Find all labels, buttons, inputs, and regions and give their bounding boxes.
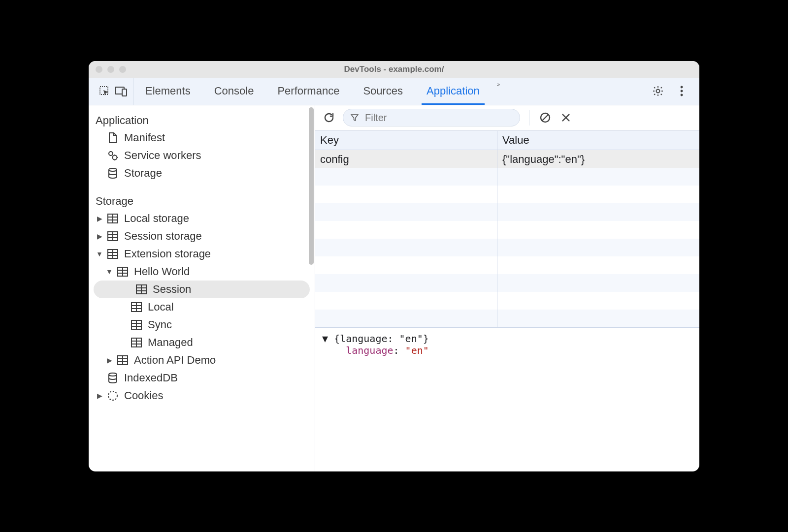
- inspect-element-icon[interactable]: [98, 84, 111, 98]
- tab-sources[interactable]: Sources: [351, 78, 415, 105]
- table-icon: [106, 230, 119, 243]
- svg-point-4: [681, 86, 683, 89]
- delete-icon[interactable]: [559, 111, 573, 125]
- sidebar-item-session-storage[interactable]: ▶ Session storage: [89, 227, 315, 245]
- chevron-right-icon[interactable]: ▶: [96, 232, 103, 240]
- maximize-window-button[interactable]: [119, 66, 126, 73]
- tab-elements[interactable]: Elements: [133, 78, 202, 105]
- preview-summary: {language: "en"}: [334, 333, 429, 344]
- chevron-right-icon[interactable]: ▶: [105, 356, 113, 364]
- device-toolbar-icon[interactable]: [114, 84, 128, 98]
- sidebar-item-label: Local storage: [124, 212, 189, 225]
- window-controls: [96, 66, 126, 73]
- table-icon: [116, 265, 129, 278]
- svg-point-19: [109, 373, 117, 376]
- tabs: Elements Console Performance Sources App…: [133, 78, 505, 105]
- storage-table: Key Value config {"language":"en"}: [315, 131, 699, 328]
- table-icon: [130, 336, 143, 349]
- tab-application[interactable]: Application: [415, 78, 492, 105]
- sidebar-item-ext-session[interactable]: Session: [94, 281, 310, 298]
- sidebar-item-ext-sync[interactable]: Sync: [89, 316, 315, 334]
- cell-key[interactable]: config: [315, 150, 497, 169]
- svg-point-3: [657, 90, 660, 93]
- preview-prop-key: language: [346, 344, 393, 356]
- sidebar-item-hello-world[interactable]: ▼ Hello World: [89, 263, 315, 281]
- table-icon: [130, 301, 143, 313]
- clear-all-icon[interactable]: [538, 111, 552, 125]
- value-preview[interactable]: ▼ {language: "en"} language: "en": [315, 328, 699, 471]
- column-header-value[interactable]: Value: [497, 131, 699, 150]
- sidebar-item-action-api-demo[interactable]: ▶ Action API Demo: [89, 351, 315, 369]
- tab-label: Console: [214, 85, 254, 97]
- chevron-down-icon[interactable]: ▼: [105, 268, 113, 276]
- divider: [529, 110, 529, 125]
- table-icon: [116, 354, 129, 367]
- database-icon: [106, 372, 119, 384]
- table-icon: [135, 283, 148, 296]
- settings-icon[interactable]: [651, 84, 665, 98]
- section-storage: Storage: [89, 193, 315, 210]
- svg-point-7: [109, 152, 113, 156]
- minimize-window-button[interactable]: [107, 66, 114, 73]
- sidebar-item-label: Manifest: [124, 131, 165, 144]
- chevron-down-icon[interactable]: ▼: [96, 250, 103, 258]
- chevron-right-icon[interactable]: ▶: [96, 392, 103, 400]
- svg-point-6: [681, 94, 683, 96]
- sidebar-item-extension-storage[interactable]: ▼ Extension storage: [89, 245, 315, 263]
- filter-box[interactable]: [343, 109, 520, 126]
- sidebar-item-label: Extension storage: [124, 248, 211, 260]
- table-icon: [130, 318, 143, 331]
- sidebar-item-label: Action API Demo: [134, 354, 216, 367]
- sidebar-item-service-workers[interactable]: Service workers: [89, 147, 315, 164]
- chevron-down-icon[interactable]: ▼: [322, 333, 334, 344]
- preview-prop-value: "en": [405, 344, 429, 356]
- sidebar-item-label: Hello World: [134, 265, 190, 278]
- refresh-icon[interactable]: [322, 111, 336, 125]
- filter-icon: [350, 113, 359, 122]
- svg-point-9: [109, 168, 117, 171]
- gears-icon: [106, 149, 119, 162]
- sidebar-item-label: Sync: [148, 318, 172, 331]
- table-icon: [106, 212, 119, 225]
- tab-label: Elements: [145, 85, 191, 97]
- sidebar-item-label: Session: [153, 283, 191, 296]
- sidebar-item-indexeddb[interactable]: IndexedDB: [89, 369, 315, 387]
- chevron-right-icon[interactable]: ▶: [96, 215, 103, 222]
- preview-sep: :: [394, 344, 405, 356]
- sidebar-scrollbar[interactable]: [309, 107, 314, 265]
- filter-input[interactable]: [364, 112, 513, 124]
- tab-console[interactable]: Console: [202, 78, 266, 105]
- cell-value[interactable]: {"language":"en"}: [497, 150, 699, 169]
- cookie-icon: [106, 389, 119, 402]
- devtools-window: DevTools - example.com/ Elements Console…: [89, 61, 699, 471]
- sidebar-item-ext-managed[interactable]: Managed: [89, 334, 315, 351]
- table-row[interactable]: config {"language":"en"}: [315, 150, 699, 169]
- svg-point-20: [108, 391, 117, 400]
- window-title: DevTools - example.com/: [89, 64, 699, 74]
- sidebar-item-storage-root[interactable]: Storage: [89, 164, 315, 182]
- sidebar-item-manifest[interactable]: Manifest: [89, 129, 315, 147]
- svg-point-5: [681, 90, 683, 93]
- tabbar: Elements Console Performance Sources App…: [89, 78, 699, 105]
- tab-label: Sources: [363, 85, 403, 97]
- sidebar-item-label: IndexedDB: [124, 372, 178, 384]
- database-icon: [106, 167, 119, 180]
- sidebar-item-label: Managed: [148, 336, 193, 349]
- sidebar-item-local-storage[interactable]: ▶ Local storage: [89, 210, 315, 227]
- sidebar-item-label: Local: [148, 301, 174, 313]
- sidebar-item-cookies[interactable]: ▶ Cookies: [89, 387, 315, 405]
- table-icon: [106, 248, 119, 260]
- sidebar-item-ext-local[interactable]: Local: [89, 298, 315, 316]
- column-header-key[interactable]: Key: [315, 131, 497, 150]
- tab-label: Performance: [277, 85, 339, 97]
- tab-performance[interactable]: Performance: [265, 78, 351, 105]
- more-tabs-icon[interactable]: [492, 78, 505, 92]
- empty-rows: [315, 168, 699, 327]
- sidebar[interactable]: Application Manifest Service workers: [89, 105, 315, 471]
- sidebar-item-label: Storage: [124, 167, 162, 180]
- kebab-menu-icon[interactable]: [675, 84, 689, 98]
- close-window-button[interactable]: [96, 66, 102, 73]
- file-icon: [106, 131, 119, 144]
- storage-toolbar: [315, 105, 699, 131]
- section-application: Application: [89, 112, 315, 129]
